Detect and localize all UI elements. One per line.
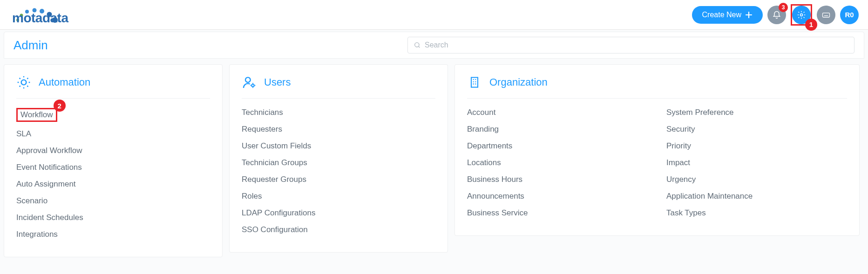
link-account[interactable]: Account (467, 108, 648, 117)
link-application-maintenance[interactable]: Application Maintenance (666, 192, 847, 201)
notification-count-badge: 3 (779, 3, 788, 12)
card-title-automation: Automation (39, 76, 90, 88)
link-locations[interactable]: Locations (467, 158, 648, 167)
svg-point-12 (251, 84, 254, 87)
link-approval-workflow[interactable]: Approval Workflow (16, 146, 210, 155)
card-users: Users Technicians Requesters User Custom… (229, 64, 448, 253)
organization-icon (467, 75, 482, 90)
link-impact[interactable]: Impact (666, 158, 847, 167)
link-roles[interactable]: Roles (242, 192, 435, 201)
link-business-service[interactable]: Business Service (467, 208, 648, 218)
link-task-types[interactable]: Task Types (666, 208, 847, 218)
link-auto-assignment[interactable]: Auto Assignment (16, 180, 210, 189)
create-new-button[interactable]: Create New (692, 6, 763, 24)
link-urgency[interactable]: Urgency (666, 175, 847, 184)
organization-list-col1: Account Branding Departments Locations B… (467, 108, 648, 225)
organization-list-col2: System Preference Security Priority Impa… (666, 108, 847, 225)
link-incident-schedules[interactable]: Incident Schedules (16, 213, 210, 222)
link-announcements[interactable]: Announcements (467, 192, 648, 201)
svg-point-9 (415, 43, 419, 47)
bell-icon (772, 10, 781, 20)
plus-icon (745, 11, 753, 19)
gear-icon (797, 10, 806, 20)
link-technician-groups[interactable]: Technician Groups (242, 158, 435, 167)
search-icon (414, 41, 421, 49)
user-avatar[interactable]: R0 (840, 6, 859, 24)
link-system-preference[interactable]: System Preference (666, 108, 847, 117)
topbar-actions: Create New 3 1 R0 (692, 4, 859, 26)
users-list: Technicians Requesters User Custom Field… (242, 108, 435, 234)
search-input[interactable] (425, 41, 848, 49)
card-title-users: Users (264, 76, 291, 88)
svg-point-11 (245, 77, 251, 82)
annotation-badge-2: 2 (54, 100, 66, 112)
card-organization: Organization Account Branding Department… (454, 64, 860, 236)
admin-cards: Automation Workflow 2 SLA Approval Workf… (0, 59, 868, 263)
search-box[interactable] (407, 37, 854, 53)
topbar: motadata Create New 3 1 R0 (0, 0, 868, 30)
logo-text: motadata (12, 11, 68, 26)
link-user-custom-fields[interactable]: User Custom Fields (242, 141, 435, 151)
link-event-notifications[interactable]: Event Notifications (16, 163, 210, 172)
link-scenario[interactable]: Scenario (16, 196, 210, 206)
subheader: Admin (4, 32, 864, 59)
annotation-badge-1: 1 (805, 19, 817, 31)
svg-rect-8 (823, 13, 830, 17)
link-priority[interactable]: Priority (666, 141, 847, 151)
link-integrations[interactable]: Integrations (16, 230, 210, 239)
link-ldap-configurations[interactable]: LDAP Configurations (242, 208, 435, 218)
link-sla[interactable]: SLA (16, 129, 210, 139)
logo[interactable]: motadata (9, 4, 68, 26)
page-title: Admin (14, 38, 48, 53)
annotation-box-2: Workflow (16, 108, 57, 122)
link-business-hours[interactable]: Business Hours (467, 175, 648, 184)
automation-list: Workflow 2 SLA Approval Workflow Event N… (16, 108, 210, 239)
keyboard-icon (821, 10, 831, 20)
create-new-label: Create New (702, 11, 741, 19)
link-security[interactable]: Security (666, 125, 847, 134)
svg-point-10 (21, 80, 27, 85)
link-requester-groups[interactable]: Requester Groups (242, 175, 435, 184)
card-automation: Automation Workflow 2 SLA Approval Workf… (4, 64, 223, 257)
svg-point-7 (800, 13, 803, 16)
automation-icon (16, 75, 31, 90)
link-technicians[interactable]: Technicians (242, 108, 435, 117)
link-requesters[interactable]: Requesters (242, 125, 435, 134)
link-branding[interactable]: Branding (467, 125, 648, 134)
annotation-box-1: 1 (791, 4, 812, 26)
card-title-organization: Organization (489, 76, 548, 88)
link-sso-configuration[interactable]: SSO Configuration (242, 225, 435, 234)
users-icon (242, 75, 257, 90)
link-departments[interactable]: Departments (467, 141, 648, 151)
link-workflow[interactable]: Workflow 2 (16, 108, 210, 122)
link-workflow-label: Workflow (20, 110, 53, 119)
avatar-label: R0 (845, 11, 854, 19)
keyboard-button[interactable] (817, 6, 835, 24)
svg-rect-13 (471, 78, 478, 87)
